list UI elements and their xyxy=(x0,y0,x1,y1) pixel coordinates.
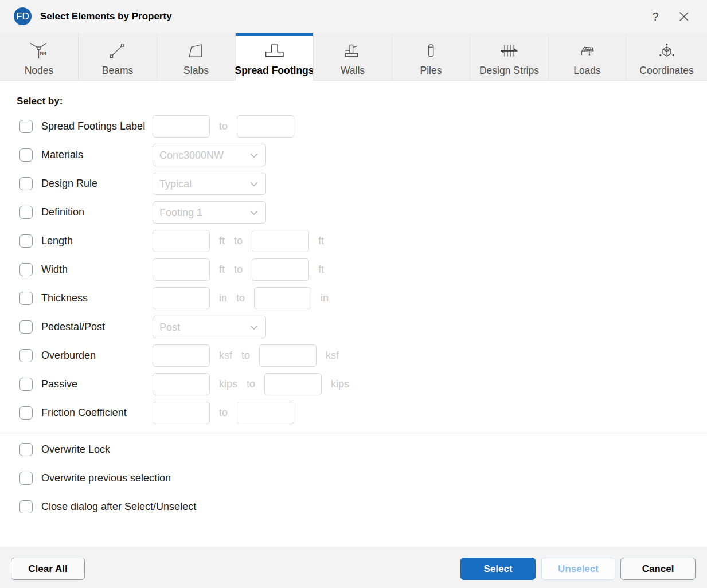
svg-text:N4: N4 xyxy=(40,50,47,56)
